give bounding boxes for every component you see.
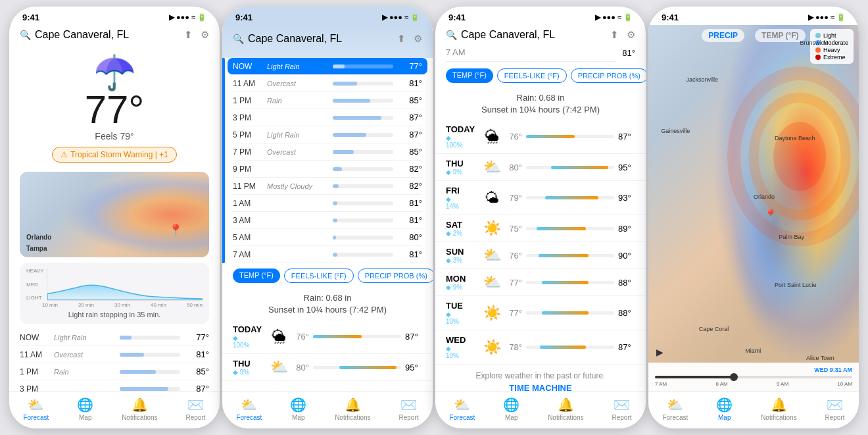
nav-forecast-3[interactable]: ⛅ Forecast	[449, 397, 475, 421]
nav-forecast-4[interactable]: ⛅ Forecast	[662, 397, 688, 421]
map-pin-4: 📍	[764, 209, 777, 221]
weekly-row-thu-3: THU ◆ 9% ⛅ 80° 95°	[435, 154, 646, 181]
precip-chart-1: HEAVY MED LIGHT	[26, 268, 203, 301]
precip-area-1	[47, 268, 203, 301]
tab-precip-3[interactable]: PRECIP PROB (%)	[571, 68, 646, 83]
weekly-row-tue-3: TUE ◆ 10% ☀️ 77° 88°	[435, 296, 646, 330]
precip-times: 10 min 20 min 30 min 40 min 50 min	[26, 302, 203, 308]
share-icon-1[interactable]: ⬆	[184, 29, 193, 41]
nav-notifications-3[interactable]: 🔔 Notifications	[548, 397, 583, 421]
city-daytona: Daytona Beach	[775, 135, 815, 141]
tab-row-2: TEMP (°F) FEELS-LIKE (°F) PRECIP PROB (%…	[222, 263, 433, 288]
icon-fri-3: 🌤	[483, 190, 501, 207]
search-left-2[interactable]: 🔍 Cape Canaveral, FL	[233, 33, 342, 45]
nav-report-2[interactable]: ✉️ Report	[398, 397, 418, 421]
notifications-icon-3: 🔔	[558, 397, 574, 413]
share-icon-3[interactable]: ⬆	[610, 29, 619, 41]
nav-map-1[interactable]: 🌐 Map	[77, 397, 93, 421]
tab-temp-3[interactable]: TEMP (°F)	[446, 68, 493, 83]
nav-report-4[interactable]: ✉️ Report	[825, 397, 844, 421]
hourly-list-1: NOW Light Rain 77° 11 AM Overcast 81° 1 …	[20, 329, 209, 392]
nav-map-3[interactable]: 🌐 Map	[503, 397, 519, 421]
time-machine-section: Explore weather in the past or future. T…	[435, 365, 646, 392]
gear-icon-2[interactable]: ⚙	[414, 33, 422, 45]
time-2: 9:41	[235, 13, 253, 22]
timeline-4[interactable]: WED 9:31 AM 7 AM 8 AM 9 AM 10 AM	[648, 363, 859, 392]
report-icon-4: ✉️	[827, 397, 843, 413]
map-view-4[interactable]: PRECIP TEMP (°F) Light Moderate Heavy	[648, 25, 859, 392]
nav-report-3[interactable]: ✉️ Report	[612, 397, 631, 421]
phone2-header: 🔍 Cape Canaveral, FL ⬆ ⚙	[222, 25, 433, 58]
phone-1: 9:41 ▶ ●●● ≈ 🔋 🔍 Cape Canaveral, FL ⬆ ⚙ …	[9, 7, 220, 428]
nav-forecast-2[interactable]: ⛅ Forecast	[236, 397, 262, 421]
bottom-nav-2: ⛅ Forecast 🌐 Map 🔔 Notifications ✉️ Repo…	[222, 392, 433, 428]
time-1: 9:41	[22, 13, 39, 22]
city-palmbay: Palm Bay	[779, 234, 804, 240]
search-actions-1: ⬆ ⚙	[184, 29, 209, 41]
gear-icon-3[interactable]: ⚙	[627, 29, 635, 41]
status-bar-3: 9:41 ▶ ●●● ≈ 🔋	[435, 7, 646, 25]
nav-forecast-1[interactable]: ⛅ Forecast	[23, 397, 49, 421]
map-1[interactable]: Orlando Tampa 📍	[20, 172, 209, 257]
notifications-icon-2: 🔔	[345, 397, 361, 413]
time-machine-button[interactable]: TIME MACHINE	[446, 383, 635, 392]
gear-icon-1[interactable]: ⚙	[201, 29, 209, 41]
main-temp-section-1: ☂️ 77° Feels 79° ⚠ Tropical Storm Warnin…	[20, 47, 209, 172]
nav-map-4[interactable]: 🌐 Map	[716, 397, 733, 421]
hourly-row: 5 PM Light Rain 87°	[233, 126, 422, 143]
tab-temp-4[interactable]: TEMP (°F)	[755, 29, 806, 42]
map-icon-1: 🌐	[77, 397, 93, 413]
nav-map-2[interactable]: 🌐 Map	[290, 397, 306, 421]
notifications-icon-4: 🔔	[771, 397, 787, 413]
search-left-1[interactable]: 🔍 Cape Canaveral, FL	[20, 29, 129, 41]
hourly-list-2: NOW Light Rain 77° 11 AM Overcast 81° 1 …	[222, 58, 433, 263]
city-gainesville: Gainesville	[661, 128, 690, 134]
city-brunswick: Brunswick	[800, 39, 827, 46]
hourly-row: 5 AM 80°	[233, 229, 422, 246]
hourly-row: 3 AM 81°	[233, 212, 422, 229]
city-orlando: Orlando	[754, 193, 775, 200]
legend-moderate: Moderate	[823, 39, 848, 46]
hourly-row: 1 PM Rain 85°	[20, 363, 209, 380]
hourly-row: 3 PM 87°	[20, 380, 209, 392]
nav-notifications-1[interactable]: 🔔 Notifications	[122, 397, 157, 421]
hourly-row: 9 PM 82°	[233, 161, 422, 178]
icon-mon-3: ⛅	[483, 274, 501, 291]
tab-temp-2[interactable]: TEMP (°F)	[233, 269, 280, 283]
tab-precip-2[interactable]: PRECIP PROB (%)	[358, 269, 433, 283]
search-left-3[interactable]: 🔍 Cape Canaveral, FL	[446, 29, 555, 41]
play-button-4[interactable]: ▶	[656, 347, 663, 357]
weekly-row-today-2: TODAY ◆ 100% 🌦 76° 87°	[222, 320, 433, 354]
icon-thu-3: ⛅	[483, 159, 501, 176]
hourly-row: 1 AM 81°	[233, 195, 422, 212]
weekly-row-sat-3: SAT ◆ 2% ☀️ 75° 89°	[435, 215, 646, 242]
icon-sat-3: ☀️	[483, 220, 501, 237]
content-4: PRECIP TEMP (°F) Light Moderate Heavy	[648, 25, 859, 392]
p3-header: 🔍 Cape Canaveral, FL ⬆ ⚙	[435, 25, 646, 43]
info-text-3: Rain: 0.68 inSunset in 10¼ hours (7:42 P…	[435, 88, 646, 120]
hourly-row: 11 AM Overcast 81°	[20, 346, 209, 363]
tab-feels-2[interactable]: FEELS-LIKE (°F)	[284, 269, 354, 283]
hourly-row: 1 PM Rain 85°	[233, 92, 422, 109]
tab-feels-3[interactable]: FEELS-LIKE (°F)	[497, 68, 567, 83]
legend-extreme: Extreme	[823, 54, 846, 61]
weekly-row-mon-3: MON ◆ 9% ⛅ 77° 88°	[435, 269, 646, 296]
weather-icon-thu-2: ⛅	[270, 359, 288, 376]
hourly-row-highlight: NOW Light Rain 77°	[228, 58, 427, 75]
phone-4: 9:41 ▶ ●●● ≈ 🔋 PRECIP TEMP (°F)	[648, 7, 859, 428]
share-icon-2[interactable]: ⬆	[397, 33, 406, 45]
timeline-bar-4[interactable]	[655, 376, 852, 378]
nav-notifications-2[interactable]: 🔔 Notifications	[335, 397, 370, 421]
location-1: Cape Canaveral, FL	[35, 29, 129, 41]
status-bar-1: 9:41 ▶ ●●● ≈ 🔋	[9, 7, 220, 25]
warning-badge-1[interactable]: ⚠ Tropical Storm Warning | +1	[52, 147, 177, 163]
forecast-icon-2: ⛅	[241, 397, 257, 413]
nav-report-1[interactable]: ✉️ Report	[185, 397, 205, 421]
nav-notifications-4[interactable]: 🔔 Notifications	[761, 397, 796, 421]
tab-precip-4[interactable]: PRECIP	[702, 29, 744, 42]
city-portsaintlucie: Port Saint Lucie	[775, 282, 817, 288]
phone-3: 9:41 ▶ ●●● ≈ 🔋 🔍 Cape Canaveral, FL ⬆ ⚙ …	[435, 7, 646, 428]
timeline-progress-4	[655, 376, 734, 378]
weekly-row-sun-3: SUN ◆ 3% ⛅ 76° 90°	[435, 242, 646, 269]
map-pin-1: 📍	[168, 223, 183, 238]
